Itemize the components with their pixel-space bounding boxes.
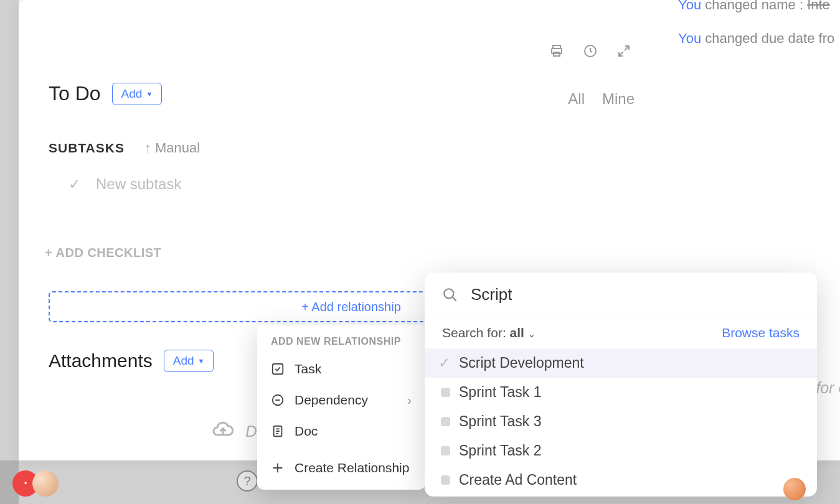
search-result[interactable]: Sprint Task 2 <box>425 436 817 465</box>
section-title: Attachments <box>49 350 153 371</box>
rel-option-doc[interactable]: Doc <box>257 416 425 447</box>
search-result[interactable]: Sprint Task 3 <box>425 407 817 436</box>
doc-icon <box>271 424 285 438</box>
backdrop-left <box>0 0 19 504</box>
check-icon: ✓ <box>68 175 81 193</box>
activity-item: You changed name : Inte <box>678 0 840 13</box>
section-title: To Do <box>49 82 101 105</box>
add-todo-button[interactable]: Add ▼ <box>112 83 163 105</box>
add-attachment-button[interactable]: Add ▼ <box>164 350 214 372</box>
new-subtask-input[interactable]: ✓ New subtask <box>68 175 181 193</box>
search-result[interactable]: Sprint Task 1 <box>425 378 817 407</box>
rel-option-create[interactable]: Create Relationship <box>257 452 425 483</box>
task-square-icon <box>441 417 450 426</box>
search-scope[interactable]: Search for: all ⌄ <box>442 325 536 340</box>
search-result[interactable]: ✓ Script Development <box>425 348 817 378</box>
panel-action-icons <box>549 44 631 58</box>
add-checklist-button[interactable]: + ADD CHECKLIST <box>45 246 161 260</box>
attachments-header: Attachments Add ▼ <box>49 350 214 372</box>
sort-toggle[interactable]: ↑ Manual <box>144 140 200 156</box>
caret-down-icon: ▼ <box>146 90 153 98</box>
avatar-corner[interactable] <box>783 478 806 500</box>
svg-rect-4 <box>273 364 283 375</box>
popover-title: ADD NEW RELATIONSHIP <box>257 336 425 353</box>
search-result[interactable]: Create Ad Content <box>425 465 817 495</box>
search-results: ✓ Script Development Sprint Task 1 Sprin… <box>425 348 817 495</box>
search-icon <box>442 287 458 303</box>
plus-icon <box>271 461 285 475</box>
task-square-icon <box>441 388 450 397</box>
arrow-up-icon: ↑ <box>144 140 151 156</box>
new-subtask-placeholder: New subtask <box>96 175 181 193</box>
presence-avatars: • <box>12 470 59 497</box>
activity-filter-tabs: All Mine <box>568 90 635 108</box>
dependency-icon <box>271 393 285 407</box>
avatar-user <box>32 470 59 497</box>
search-row <box>425 273 817 317</box>
tab-all[interactable]: All <box>568 90 585 108</box>
activity-feed: You changed name : Inte You changed due … <box>678 0 840 64</box>
attachment-dropzone[interactable]: Dr <box>212 418 262 445</box>
rel-option-task[interactable]: Task <box>257 353 425 385</box>
chevron-right-icon: › <box>407 393 412 408</box>
task-check-icon <box>271 362 285 376</box>
print-icon[interactable] <box>549 44 564 58</box>
task-square-icon <box>441 475 450 485</box>
task-square-icon <box>441 446 450 455</box>
history-icon[interactable] <box>583 44 598 58</box>
help-icon[interactable]: ? <box>237 470 258 492</box>
svg-point-7 <box>444 289 453 298</box>
chevron-down-icon: ⌄ <box>528 329 536 339</box>
cloud-upload-icon <box>212 418 234 445</box>
caret-down-icon: ▼ <box>198 357 205 365</box>
todo-header: To Do Add ▼ <box>49 82 162 105</box>
activity-actor: You <box>678 30 701 46</box>
subtasks-label: SUBTASKS <box>49 141 125 156</box>
check-icon: ✓ <box>438 355 450 371</box>
search-input[interactable] <box>471 285 800 304</box>
rel-option-dependency[interactable]: Dependency › <box>257 385 425 416</box>
subtasks-header: SUBTASKS ↑ Manual <box>49 140 200 156</box>
activity-actor: You <box>678 0 701 12</box>
expand-icon[interactable] <box>616 44 631 58</box>
relationship-popover: ADD NEW RELATIONSHIP Task Dependency › D… <box>257 325 425 490</box>
truncated-text: for c <box>816 379 840 397</box>
search-meta: Search for: all ⌄ Browse tasks <box>425 317 817 348</box>
task-search-popover: Search for: all ⌄ Browse tasks ✓ Script … <box>425 273 817 497</box>
browse-tasks-link[interactable]: Browse tasks <box>722 325 800 340</box>
activity-item: You changed due date fro <box>678 30 840 47</box>
tab-mine[interactable]: Mine <box>602 90 635 108</box>
